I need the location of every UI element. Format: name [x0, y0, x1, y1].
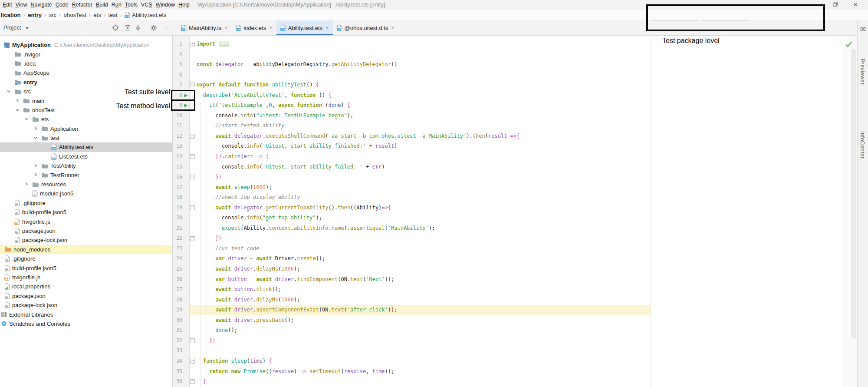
code-line-28[interactable]: 28 await driver.delayMs(1000); — [173, 295, 651, 305]
code-line-36[interactable]: 36− } — [173, 377, 651, 387]
tree-item-package-lock.json[interactable]: package-lock.json — [0, 301, 172, 310]
close-icon[interactable]: ✕ — [225, 26, 228, 30]
code-line-8[interactable]: 8 describe('ActsAbilityTest', function (… — [173, 90, 651, 101]
collapse-all-button[interactable] — [135, 25, 141, 32]
tree-item-.gitignore[interactable]: .gitignore — [0, 254, 172, 263]
breadcrumb-item-test[interactable]: test — [108, 10, 117, 20]
breadcrumb-item-ets[interactable]: ets — [93, 10, 101, 20]
code-line-20[interactable]: 20 console.info("get top ability"); — [173, 213, 651, 223]
code-line-25[interactable]: 25 await driver.delayMs(1000); — [173, 264, 651, 275]
code-line-23[interactable]: 23 //ui test code — [173, 244, 651, 254]
breadcrumb-item-src[interactable]: src — [49, 10, 56, 20]
locate-file-button[interactable] — [112, 25, 119, 32]
code-line-10[interactable]: 10 console.info("uitest: TestUiExample b… — [173, 111, 651, 121]
tree-item-local.properties[interactable]: local.properties — [0, 282, 172, 291]
panel-settings-button[interactable] — [150, 25, 157, 32]
code-line-24[interactable]: 24 var driver = await Driver.create(); — [173, 254, 651, 264]
fold-marker[interactable]: − — [189, 134, 196, 139]
tab-@ohos.uitest.d.ts[interactable]: TS@ohos.uitest.d.ts✕ — [333, 20, 398, 35]
code-line-21[interactable]: 21 expect(Ability.context.abilityInfo.na… — [173, 223, 651, 234]
tree-item-build-profile.json5[interactable]: build-profile.json5 — [0, 208, 172, 217]
close-icon[interactable]: ✕ — [326, 26, 329, 30]
fold-marker[interactable]: − — [189, 154, 196, 159]
vertical-scrollbar[interactable] — [851, 49, 856, 339]
code-line-18[interactable]: 18 //check top display ability — [173, 192, 651, 203]
close-button[interactable]: ✕ — [850, 0, 861, 10]
tab-mainability.ts[interactable]: TSMainAbility.ts✕ — [177, 20, 232, 35]
code-line-14[interactable]: 14− }).catch(err => { — [173, 152, 651, 162]
fold-marker[interactable]: − — [189, 236, 196, 241]
tree-item-.idea[interactable]: .idea — [0, 59, 172, 68]
tree-item-.gitignore[interactable]: .gitignore — [0, 198, 172, 208]
menu-code[interactable]: Code — [54, 0, 70, 10]
tool-window-tab-infocenter[interactable]: InfoCenter — [859, 131, 865, 159]
tree-item-hvigorfile.js[interactable]: JShvigorfile.js — [0, 273, 172, 282]
fold-marker[interactable]: − — [189, 379, 196, 384]
code-line-27[interactable]: 27 await button.click(); — [173, 284, 651, 295]
tree-item-external-libraries[interactable]: External Libraries — [0, 310, 172, 319]
close-icon[interactable]: ✕ — [269, 26, 273, 30]
chevron-right-icon[interactable] — [15, 98, 20, 103]
chevron-right-icon[interactable] — [33, 172, 38, 177]
code-line-15[interactable]: 15 console.info('Uitest, start ability f… — [173, 162, 651, 172]
code-line-35[interactable]: 35 return new Promise((resolve) => setTi… — [173, 367, 651, 377]
tab-index.ets[interactable]: ETSindex.ets✕ — [232, 20, 276, 35]
code-line-33[interactable]: 33 — [173, 346, 651, 356]
menu-window[interactable]: Window — [154, 0, 177, 10]
tree-item-package-lock.json[interactable]: package-lock.json — [0, 235, 172, 245]
tree-item-hvigorfile.js[interactable]: JShvigorfile.js — [0, 217, 172, 226]
tab-ability.test.ets[interactable]: ETSAbility.test.ets✕ — [276, 20, 333, 35]
code-line-32[interactable]: 32− }) — [173, 336, 651, 346]
tree-item-resources[interactable]: resources — [0, 180, 172, 189]
code-line-17[interactable]: 17 await sleep(1000); — [173, 182, 651, 193]
fold-marker[interactable]: − — [189, 359, 196, 364]
code-line-34[interactable]: 34− function sleep(time) { — [173, 356, 651, 367]
tree-item-package.json[interactable]: package.json — [0, 291, 172, 301]
tree-item-testability[interactable]: TestAbility — [0, 161, 172, 170]
code-line-29[interactable]: 29 await driver.assertComponentExist(ON.… — [173, 305, 651, 315]
tree-item-.hvigor[interactable]: .hvigor — [0, 50, 172, 59]
close-icon[interactable]: ✕ — [391, 26, 395, 30]
code-line-7[interactable]: 7−export default function abilityTest() … — [173, 80, 651, 90]
chevron-right-icon[interactable] — [33, 163, 38, 168]
code-line-9[interactable]: 9 it('testUiExample',0, async function (… — [173, 100, 651, 111]
maximize-button[interactable] — [830, 0, 841, 10]
breadcrumb-item-ohostest[interactable]: ohosTest — [64, 10, 86, 20]
tree-item-package.json[interactable]: package.json — [0, 226, 172, 235]
fold-marker[interactable]: + — [189, 42, 196, 46]
code-line-1[interactable]: 1+import ... — [173, 39, 651, 50]
fold-marker[interactable]: − — [189, 83, 196, 87]
chevron-down-icon[interactable] — [33, 135, 38, 140]
tree-item-node-modules[interactable]: node_modules — [0, 245, 172, 254]
code-line-12[interactable]: 12− await delegator.executeShellCommand(… — [173, 131, 651, 142]
tree-item-build-profile.json5[interactable]: build-profile.json5 — [0, 263, 172, 272]
code-line-4[interactable]: 4 — [173, 50, 651, 60]
code-line-30[interactable]: 30 await driver.pressBack(); — [173, 315, 651, 326]
menu-refactor[interactable]: Refactor — [70, 0, 94, 10]
hide-panel-button[interactable]: — — [163, 25, 170, 32]
chevron-down-icon[interactable] — [24, 116, 29, 122]
chevron-right-icon[interactable] — [33, 126, 38, 131]
menu-view[interactable]: View — [14, 0, 29, 10]
code-line-19[interactable]: 19− await delegator.getCurrentTopAbility… — [173, 203, 651, 213]
menu-navigate[interactable]: Navigate — [29, 0, 53, 10]
tree-item-ets[interactable]: ets — [0, 115, 172, 124]
tree-item-myapplication[interactable]: MyApplicationC:\Users\lenovo\Desktop\MyA… — [0, 40, 172, 50]
tree-item-test[interactable]: test — [0, 133, 172, 142]
fold-marker[interactable]: − — [189, 205, 196, 210]
menu-run[interactable]: Run — [110, 0, 123, 10]
menu-help[interactable]: Help — [177, 0, 191, 10]
menu-build[interactable]: Build — [94, 0, 110, 10]
tool-window-tab-previewer[interactable]: Previewer — [859, 59, 865, 85]
menu-edit[interactable]: Edit — [1, 0, 14, 10]
breadcrumb-item-lication[interactable]: lication — [1, 10, 21, 20]
code-line-11[interactable]: 11 //start tested ability — [173, 121, 651, 131]
project-panel-header[interactable]: Project — [3, 20, 29, 35]
breadcrumb-item-entry[interactable]: entry — [28, 10, 42, 20]
code-line-13[interactable]: 13 console.info('Uitest, start ability f… — [173, 141, 651, 152]
fold-marker[interactable]: − — [189, 175, 196, 179]
expand-all-button[interactable] — [124, 25, 131, 32]
code-line-16[interactable]: 16− }) — [173, 172, 651, 182]
tree-item-appscope[interactable]: AppScope — [0, 68, 172, 77]
menu-vcs[interactable]: VCS — [139, 0, 154, 10]
